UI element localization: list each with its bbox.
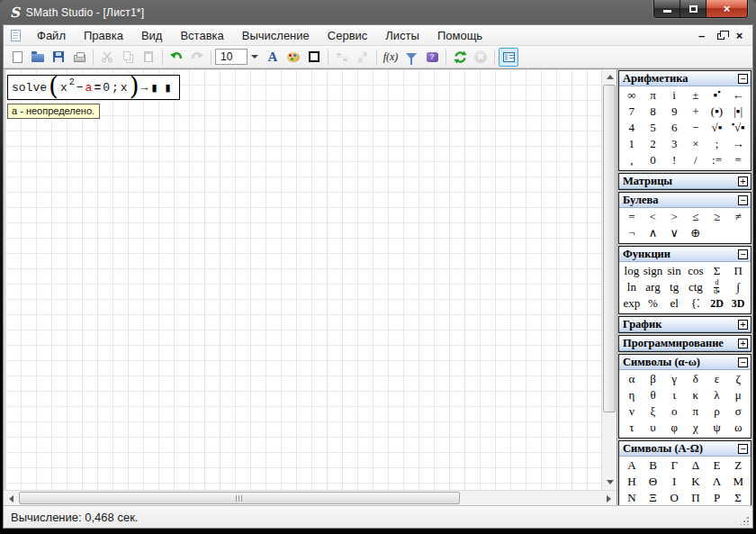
palette-button[interactable]: δ bbox=[685, 371, 706, 387]
palette-button[interactable]: % bbox=[643, 295, 664, 312]
palette-button[interactable]: ← bbox=[727, 87, 749, 104]
palette-button[interactable]: 2D bbox=[706, 295, 728, 312]
menu-item[interactable]: Вставка bbox=[171, 26, 232, 45]
palette-button[interactable]: < bbox=[643, 209, 664, 225]
background-color-button[interactable] bbox=[284, 48, 303, 67]
palette-button[interactable]: ▪▪ bbox=[706, 87, 728, 104]
palette-button[interactable]: σ bbox=[727, 403, 749, 420]
reference-book-button[interactable] bbox=[422, 48, 442, 67]
vertical-scrollbar-thumb[interactable] bbox=[603, 85, 616, 412]
palette-button[interactable]: ο bbox=[663, 403, 685, 420]
palette-button[interactable]: sign bbox=[643, 263, 664, 279]
collapse-icon[interactable]: − bbox=[738, 444, 748, 454]
palette-button[interactable]: ε bbox=[706, 371, 728, 387]
horizontal-scrollbar-track[interactable] bbox=[460, 491, 601, 505]
palette-button[interactable]: 8 bbox=[643, 104, 664, 120]
palette-button[interactable]: ⊕ bbox=[685, 225, 706, 241]
panel-header[interactable]: Программирование+ bbox=[619, 336, 751, 351]
collapse-icon[interactable]: − bbox=[738, 74, 748, 84]
palette-button[interactable]: + bbox=[685, 104, 706, 120]
palette-button[interactable]: Σ bbox=[706, 263, 728, 279]
scroll-left-button[interactable] bbox=[4, 491, 19, 506]
palette-button[interactable]: π bbox=[685, 403, 706, 420]
palette-button[interactable]: , bbox=[621, 152, 643, 168]
panel-header[interactable]: Символы (α-ω)− bbox=[619, 355, 751, 370]
palette-button[interactable]: 3D bbox=[727, 295, 749, 312]
palette-button[interactable]: Ι bbox=[663, 474, 685, 490]
stop-button[interactable] bbox=[471, 48, 490, 67]
palette-button[interactable]: = bbox=[727, 152, 749, 168]
palette-button[interactable]: Η bbox=[621, 474, 643, 490]
palette-button[interactable]: ≤ bbox=[685, 209, 706, 225]
resize-grip[interactable] bbox=[741, 516, 750, 525]
palette-button[interactable]: ∧ bbox=[643, 225, 664, 241]
font-size-value[interactable]: 10 bbox=[215, 49, 248, 65]
panel-header[interactable]: Матрицы+ bbox=[619, 174, 751, 189]
menu-item[interactable]: Файл bbox=[28, 26, 75, 45]
scroll-right-button[interactable] bbox=[601, 491, 616, 506]
menu-item[interactable]: Вид bbox=[132, 26, 172, 45]
minimize-button[interactable] bbox=[654, 0, 680, 17]
close-button[interactable]: × bbox=[706, 0, 747, 17]
panel-header[interactable]: Функции− bbox=[619, 247, 751, 262]
redo-button[interactable] bbox=[187, 48, 207, 67]
menu-item[interactable]: Правка bbox=[75, 26, 132, 45]
palette-button[interactable]: Λ bbox=[706, 474, 728, 490]
palette-button[interactable]: = bbox=[621, 209, 643, 225]
palette-button[interactable]: 5 bbox=[643, 120, 664, 136]
new-sheet-button[interactable] bbox=[7, 48, 27, 67]
palette-button[interactable]: Δ bbox=[685, 457, 706, 474]
font-size-dropdown[interactable] bbox=[248, 55, 262, 59]
panel-header[interactable]: Арифметика− bbox=[619, 71, 751, 86]
open-button[interactable] bbox=[28, 48, 48, 67]
palette-button[interactable]: Ρ bbox=[706, 490, 728, 505]
palette-button[interactable]: Γ bbox=[663, 457, 685, 474]
palette-button[interactable]: θ bbox=[643, 387, 664, 403]
maximize-button[interactable] bbox=[680, 0, 706, 17]
palette-button[interactable]: log bbox=[621, 263, 643, 279]
palette-button[interactable]: η bbox=[621, 387, 643, 403]
palette-button[interactable]: ξ bbox=[643, 403, 664, 420]
palette-button[interactable]: i bbox=[663, 87, 685, 104]
palette-button[interactable]: β bbox=[643, 371, 664, 387]
expand-icon[interactable]: + bbox=[738, 176, 748, 186]
collapse-icon[interactable]: − bbox=[738, 195, 748, 205]
palette-button[interactable]: υ bbox=[643, 420, 664, 436]
expand-icon[interactable]: + bbox=[738, 320, 748, 330]
palette-button[interactable]: ! bbox=[663, 152, 685, 168]
palette-button[interactable]: Ε bbox=[706, 457, 728, 474]
font-color-button[interactable]: A bbox=[263, 48, 283, 67]
save-button[interactable] bbox=[49, 48, 68, 67]
print-button[interactable] bbox=[69, 48, 89, 67]
palette-button[interactable]: 7 bbox=[621, 104, 643, 120]
palette-button[interactable]: |▪| bbox=[727, 104, 749, 120]
horizontal-scrollbar[interactable] bbox=[4, 490, 616, 505]
palette-button[interactable]: > bbox=[663, 209, 685, 225]
scroll-down-button[interactable] bbox=[602, 475, 617, 490]
palette-button[interactable]: ▪√▪ bbox=[727, 120, 749, 136]
collapse-icon[interactable]: − bbox=[738, 358, 748, 367]
palette-button[interactable]: ± bbox=[685, 87, 706, 104]
palette-button[interactable]: el bbox=[663, 295, 685, 312]
mdi-close-button[interactable]: × bbox=[732, 28, 747, 42]
palette-button[interactable]: Θ bbox=[643, 474, 664, 490]
copy-button[interactable] bbox=[118, 48, 138, 67]
cut-button[interactable] bbox=[97, 48, 117, 67]
palette-button[interactable]: / bbox=[685, 152, 706, 168]
palette-button[interactable]: ζ bbox=[727, 371, 749, 387]
palette-button[interactable]: Ζ bbox=[727, 457, 749, 474]
scroll-up-button[interactable] bbox=[602, 69, 617, 85]
palette-button[interactable]: ∞ bbox=[621, 87, 643, 104]
palette-button[interactable]: 4 bbox=[621, 120, 643, 136]
panel-header[interactable]: Булева− bbox=[619, 193, 751, 208]
palette-button[interactable]: cos bbox=[685, 263, 706, 279]
menu-item[interactable]: Помощь bbox=[428, 26, 491, 45]
palette-button[interactable]: ≥ bbox=[706, 209, 728, 225]
palette-button[interactable]: μ bbox=[727, 387, 749, 403]
palette-button[interactable]: × bbox=[685, 136, 706, 152]
formula-region[interactable]: solve ( x 2 − a = 0 ; x ) → ▮ ▮ bbox=[7, 75, 180, 100]
mdi-restore-button[interactable] bbox=[713, 28, 728, 42]
palette-button[interactable]: π bbox=[643, 87, 664, 104]
palette-button[interactable]: Π bbox=[727, 263, 749, 279]
palette-button[interactable]: α bbox=[621, 371, 643, 387]
